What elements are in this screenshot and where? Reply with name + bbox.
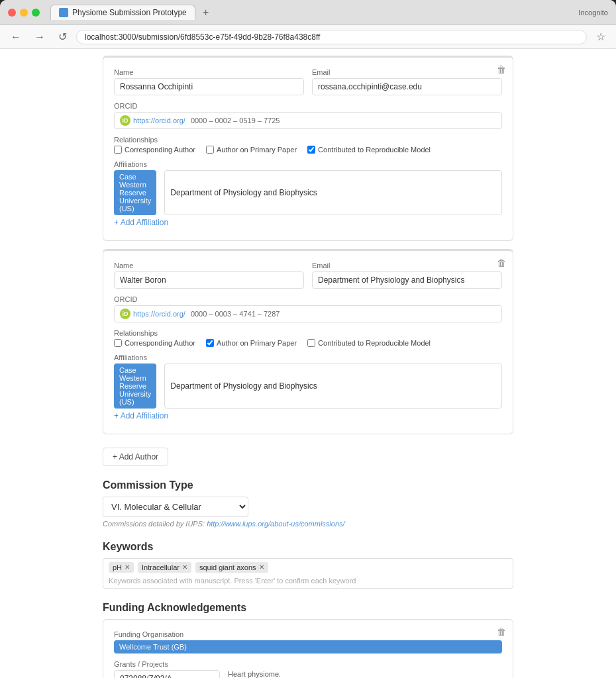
author2-email-group: Email: [312, 262, 502, 289]
author1-reproducible-checkbox[interactable]: [307, 146, 315, 154]
author1-corresponding-checkbox[interactable]: [114, 146, 122, 154]
keyword-intracellular-remove[interactable]: ✕: [182, 564, 187, 571]
author2-reproducible-checkbox-item: Contributed to Reproducible Model: [307, 339, 431, 347]
author1-reproducible-label: Contributed to Reproducible Model: [318, 146, 431, 154]
author1-reproducible-checkbox-item: Contributed to Reproducible Model: [307, 146, 431, 154]
author1-orcid-numbers: 0000 – 0002 – 0519 – 7725: [191, 117, 280, 124]
author1-name-email-row: Name Email: [114, 68, 502, 95]
author1-primary-checkbox[interactable]: [206, 146, 214, 154]
author1-corresponding-label: Corresponding Author: [125, 146, 195, 154]
author-card-2: 🗑 Name Email ORCID iD https://orc: [103, 249, 513, 434]
forward-button[interactable]: →: [30, 30, 49, 44]
keyword-squid-remove[interactable]: ✕: [259, 564, 264, 571]
author2-add-affiliation-button[interactable]: + Add Affiliation: [114, 409, 168, 423]
author2-affiliations-group: Affiliations Case Western Reserve Univer…: [114, 354, 502, 409]
commission-note-text: Commissions detailed by IUPS:: [103, 520, 205, 528]
author2-orcid-prefix: https://orcid.org/: [133, 310, 185, 318]
keywords-section-title: Keywords: [103, 541, 513, 553]
delete-author-1-button[interactable]: 🗑: [497, 64, 506, 75]
commission-type-select[interactable]: I. Cell Physiology II. Circulation & Res…: [103, 497, 248, 517]
funding-grant-input[interactable]: [114, 670, 220, 678]
author1-name-input[interactable]: [114, 78, 304, 95]
keyword-squid-text: squid giant axons: [199, 563, 256, 571]
author1-orcid-field[interactable]: iD https://orcid.org/ 0000 – 0002 – 0519…: [114, 112, 502, 129]
author-card-1: 🗑 Name Email ORCID iD https://orc: [103, 56, 513, 241]
author1-email-input[interactable]: [312, 78, 502, 95]
author2-relationships-label: Relationships: [114, 329, 502, 337]
keywords-container[interactable]: pH ✕ Intracellular ✕ squid giant axons ✕…: [103, 558, 513, 589]
delete-funding-1-button[interactable]: 🗑: [497, 626, 506, 637]
funding-grants-group: Grants / Projects Heart physiome. Wellco…: [114, 660, 502, 678]
author1-email-group: Email: [312, 68, 502, 95]
maximize-traffic-light[interactable]: [32, 9, 40, 17]
author2-corresponding-checkbox-item: Corresponding Author: [114, 339, 195, 347]
keyword-ph-remove[interactable]: ✕: [125, 564, 130, 571]
author2-orcid-field[interactable]: iD https://orcid.org/ 0000 – 0003 – 4741…: [114, 305, 502, 322]
tab-favicon: [59, 8, 68, 17]
author1-affiliation2-input[interactable]: [164, 170, 502, 215]
funding-org-group: Funding Organisation Wellcome Trust (GB): [114, 630, 502, 654]
author2-primary-checkbox-item: Author on Primary Paper: [206, 339, 297, 347]
author2-name-label: Name: [114, 262, 304, 269]
author2-affiliation2-input[interactable]: [164, 363, 502, 409]
page-content: 🗑 Name Email ORCID iD https://orc: [103, 49, 513, 678]
author2-name-input[interactable]: [114, 271, 304, 289]
new-tab-button[interactable]: +: [198, 5, 214, 21]
author2-email-input[interactable]: [312, 271, 502, 289]
author1-primary-checkbox-item: Author on Primary Paper: [206, 146, 297, 154]
author1-relationships-label: Relationships: [114, 136, 502, 144]
commission-link[interactable]: http://www.iups.org/about-us/commissions…: [207, 520, 344, 528]
author1-corresponding-checkbox-item: Corresponding Author: [114, 146, 195, 154]
incognito-badge: Incognito: [578, 9, 608, 17]
close-traffic-light[interactable]: [8, 9, 16, 17]
delete-author-2-button[interactable]: 🗑: [497, 258, 506, 268]
author2-corresponding-checkbox[interactable]: [114, 339, 122, 347]
author2-affiliations-label: Affiliations: [114, 354, 502, 362]
author2-email-label: Email: [312, 262, 502, 269]
funding-section-title: Funding Acknowledgements: [103, 602, 513, 614]
keyword-tag-intracellular: Intracellular ✕: [138, 562, 191, 573]
author1-name-group: Name: [114, 68, 304, 95]
author1-affiliation-row: Case Western Reserve University (US): [114, 170, 502, 215]
funding-grants-row: Heart physiome. Wellcome Trust (WT): [114, 670, 502, 678]
author1-relationships-group: Relationships Corresponding Author Autho…: [114, 136, 502, 154]
keywords-placeholder: Keywords associated with manuscript. Pre…: [109, 577, 356, 585]
minimize-traffic-light[interactable]: [20, 9, 28, 17]
funding-org-label: Funding Organisation: [114, 630, 502, 638]
address-bar[interactable]: localhost:3000/submission/6fd8553c-e75f-…: [76, 30, 587, 44]
incognito-label: Incognito: [578, 9, 608, 17]
funding-grant-description: Heart physiome.: [228, 670, 296, 678]
author2-affiliation1: Case Western Reserve University (US): [114, 363, 156, 409]
keyword-ph-text: pH: [113, 563, 122, 571]
author1-checkboxes-row: Corresponding Author Author on Primary P…: [114, 146, 502, 154]
orcid-icon-2: iD: [120, 309, 130, 319]
orcid-icon-1: iD: [120, 115, 130, 126]
back-button[interactable]: ←: [7, 30, 25, 44]
active-tab[interactable]: Physiome Submission Prototype: [50, 5, 195, 20]
author2-reproducible-checkbox[interactable]: [307, 339, 315, 347]
keyword-tag-squid: squid giant axons ✕: [195, 562, 268, 573]
add-author-button[interactable]: + Add Author: [103, 448, 168, 466]
bookmark-button[interactable]: ☆: [592, 29, 609, 44]
author2-name-group: Name: [114, 262, 304, 289]
author1-add-affiliation-button[interactable]: + Add Affiliation: [114, 215, 168, 230]
author2-checkboxes-row: Corresponding Author Author on Primary P…: [114, 339, 502, 347]
author2-orcid-label: ORCID: [114, 295, 502, 303]
author2-name-email-row: Name Email: [114, 262, 502, 289]
author2-primary-label: Author on Primary Paper: [217, 339, 297, 347]
commission-note: Commissions detailed by IUPS: http://www…: [103, 520, 513, 528]
author2-orcid-numbers: 0000 – 0003 – 4741 – 7287: [191, 310, 280, 318]
author1-affiliations-label: Affiliations: [114, 160, 502, 168]
author1-orcid-prefix: https://orcid.org/: [133, 117, 185, 124]
commission-section: Commission Type I. Cell Physiology II. C…: [103, 479, 513, 528]
keywords-section: Keywords pH ✕ Intracellular ✕ squid gian…: [103, 541, 513, 589]
author2-affiliation-row: Case Western Reserve University (US): [114, 363, 502, 409]
author2-corresponding-label: Corresponding Author: [125, 339, 195, 347]
refresh-button[interactable]: ↺: [54, 29, 71, 44]
author1-orcid-label: ORCID: [114, 102, 502, 110]
funding-section: Funding Acknowledgements 🗑 Funding Organ…: [103, 602, 513, 678]
funding-card-1: 🗑 Funding Organisation Wellcome Trust (G…: [103, 619, 513, 678]
author1-orcid-group: ORCID iD https://orcid.org/ 0000 – 0002 …: [114, 102, 502, 129]
keyword-tag-ph: pH ✕: [109, 562, 134, 573]
author2-primary-checkbox[interactable]: [206, 339, 214, 347]
